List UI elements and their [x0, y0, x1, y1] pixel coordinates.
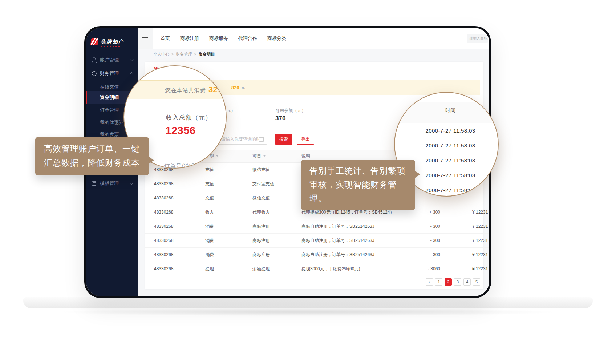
pagination: ‹ 1 2 3 4 5 — [426, 278, 480, 286]
lens-banner-label: 您在本站共消费 — [165, 87, 206, 94]
chevron-down-icon — [130, 58, 134, 61]
cell-project: 微信充值 — [252, 167, 270, 173]
cell-project: 余额提现 — [252, 266, 270, 272]
cell-balance: ¥ 12231 — [472, 252, 488, 257]
cell-order-no: 48330268 — [154, 181, 173, 186]
cell-order-no: 48330268 — [154, 252, 173, 257]
breadcrumb-finance[interactable]: 财务管理 — [176, 52, 192, 57]
nav-item-trademark-category[interactable]: 商标分类 — [267, 35, 286, 42]
laptop-base-shadow — [54, 308, 562, 316]
cell-balance: ¥ 12231 — [472, 238, 488, 243]
cell-amount: + 300 — [392, 210, 440, 215]
lens-income-value: 12356 — [165, 124, 195, 137]
breadcrumb-separator: > — [171, 52, 174, 56]
cell-amount: - 300 — [392, 224, 440, 229]
brand-logo-icon — [90, 38, 99, 45]
cell-type: 消费 — [205, 223, 214, 230]
lens-banner-band: 您在本站共消费 32124 — [124, 80, 226, 99]
cell-balance: ¥ 12231 — [472, 224, 488, 229]
cell-type: 提现 — [205, 266, 214, 272]
chevron-down-icon — [130, 181, 134, 185]
callout-left: 高效管理账户订单、一键 汇总数据，降低财务成本 — [35, 137, 149, 175]
cell-order-no: 48330268 — [154, 266, 173, 271]
date-query-placeholder: 请输入你要查询的时间 — [221, 136, 259, 142]
hamburger-icon — [142, 36, 148, 41]
cell-order-no: 48330268 — [154, 238, 173, 243]
cell-desc: 商标自助注册，订单号：SB2514263J — [301, 252, 374, 258]
stat-balance-value: 376 — [275, 115, 285, 122]
cell-type: 消费 — [205, 238, 214, 244]
table-row: 48330268 提现 余额提现 提现3000元，手续费2%(60元) - 30… — [145, 262, 489, 276]
callout-left-line: 汇总数据，降低财务成本 — [44, 156, 140, 170]
finance-icon — [92, 71, 97, 76]
nav-item-trademark-service[interactable]: 商标服务 — [209, 35, 228, 42]
pagination-prev-button[interactable]: ‹ — [426, 278, 433, 286]
sort-caret-icon — [263, 155, 266, 157]
table-row: 48330268 消费 商标注册 商标自助注册，订单号：SB2514263J -… — [145, 219, 489, 234]
callout-arrow — [149, 157, 154, 164]
cell-amount: - 300 — [392, 252, 440, 257]
breadcrumb-personal-center[interactable]: 个人中心 — [153, 52, 169, 57]
lens-timestamp: 2000-7-27 11:58:03 — [408, 153, 493, 168]
laptop-base — [23, 297, 593, 308]
cell-amount: - 300 — [392, 238, 440, 243]
chevron-up-icon — [130, 72, 134, 76]
export-button[interactable]: 导出 — [297, 134, 314, 145]
pagination-page-4[interactable]: 4 — [463, 278, 471, 286]
nav-item-home[interactable]: 首页 — [161, 35, 170, 42]
nav-item-agent-cooperation[interactable]: 代理合作 — [238, 35, 257, 42]
page: 头牌知产 账户管理 财务管理 在线充值 资金明细 — [0, 0, 616, 364]
cell-desc: 商标自助注册，订单号：SB2514263J — [301, 223, 374, 230]
user-icon — [92, 57, 96, 62]
nav-item-trademark-register[interactable]: 商标注册 — [180, 35, 199, 42]
cell-order-no: 48330268 — [154, 195, 173, 201]
consumption-amount-fragment: 820 — [231, 85, 239, 90]
sidebar-item-finance[interactable]: 财务管理 — [86, 68, 138, 79]
cell-desc: 提现3000元，手续费2%(60元) — [301, 266, 360, 272]
template-icon — [92, 181, 96, 186]
lens-timestamp: 2000-7-27 11:58:03 — [408, 168, 493, 183]
menu-toggle-button[interactable] — [138, 28, 153, 49]
cell-order-no: 48330268 — [154, 210, 173, 215]
table-row: 48330268 消费 商标注册 商标自助注册，订单号：SB2514263J -… — [145, 234, 489, 248]
date-query-input[interactable]: 请输入你要查询的时间 — [218, 134, 267, 145]
brand-logo[interactable]: 头牌知产 — [91, 38, 124, 45]
lens-time-header: 时间 — [395, 107, 498, 114]
cell-type: 充值 — [205, 181, 214, 187]
lens-income-label: 收入总额（元） — [166, 113, 212, 122]
header-project[interactable]: 项目 — [252, 153, 266, 159]
brand-logo-subtext — [101, 46, 121, 47]
cell-order-no: 48330268 — [154, 224, 173, 229]
lens-timestamp: 2000-7-27 11:58:03 — [408, 138, 493, 153]
consumption-unit: 元 — [241, 85, 245, 91]
breadcrumb-separator: > — [194, 52, 196, 56]
consumption-banner-text: 820 元 — [231, 80, 245, 95]
cell-project: 商标注册 — [252, 252, 270, 258]
cell-balance: ¥ 12231 — [472, 266, 488, 271]
sidebar-item-template[interactable]: 模板管理 — [86, 178, 138, 189]
cell-project: 商标注册 — [252, 223, 270, 230]
cell-amount: - 3060 — [392, 266, 440, 271]
cell-project: 微信充值 — [252, 195, 270, 201]
pagination-page-5[interactable]: 5 — [473, 278, 480, 286]
callout-left-line: 高效管理账户订单、一键 — [44, 142, 140, 156]
main-nav: 首页 商标注册 商标服务 代理合作 商标分类 — [161, 28, 286, 49]
search-placeholder: 请输入商标名、申请号、申请人 — [467, 34, 488, 43]
callout-arrow — [415, 171, 420, 178]
calendar-icon[interactable] — [259, 137, 264, 142]
cell-desc: 商标自助注册，订单号：SB2514263J — [301, 238, 374, 244]
cell-balance: ¥ 12231 — [472, 210, 488, 215]
cell-type: 消费 — [205, 252, 214, 258]
search-input[interactable]: 请输入商标名、申请号、申请人 — [467, 34, 488, 43]
stat-divider — [272, 108, 272, 122]
search-button[interactable]: 搜索 — [275, 134, 292, 145]
callout-right: 告别手工统计、告别繁琐 审核，实现智能财务管 理。 — [301, 160, 415, 210]
callout-right-line: 告别手工统计、告别繁琐 — [309, 164, 406, 178]
pagination-page-3[interactable]: 3 — [454, 278, 461, 286]
pagination-page-1[interactable]: 1 — [435, 278, 442, 286]
pagination-page-2-active[interactable]: 2 — [445, 278, 452, 286]
breadcrumb-fund-detail: 资金明细 — [199, 52, 215, 57]
header-desc: 说明 — [301, 153, 310, 159]
sidebar-item-account[interactable]: 账户管理 — [86, 54, 138, 65]
breadcrumb: 个人中心 > 财务管理 > 资金明细 — [138, 49, 489, 59]
